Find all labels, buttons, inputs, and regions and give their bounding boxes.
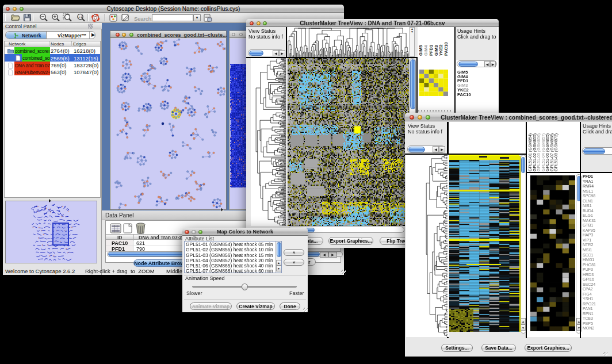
svg-text:1:1: 1:1 bbox=[78, 15, 82, 18]
